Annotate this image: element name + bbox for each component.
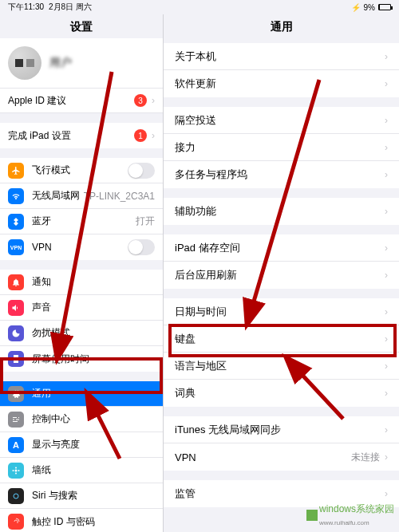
moon-icon xyxy=(8,325,24,341)
apple-id-label: Apple ID 建议 xyxy=(8,94,134,108)
wifi-icon xyxy=(8,188,24,204)
gear-icon xyxy=(8,386,24,402)
about-row[interactable]: 关于本机› xyxy=(164,43,399,70)
accessibility-row[interactable]: 辅助功能› xyxy=(164,198,399,225)
keyboard-label: 键盘 xyxy=(175,332,380,346)
profile-row[interactable]: 用户 xyxy=(0,38,163,88)
siri-icon xyxy=(8,488,24,504)
profile-name: 用户 xyxy=(49,56,155,70)
vpn-main-value: 未连接 xyxy=(351,451,380,464)
finish-setup-row[interactable]: 完成 iPad 设置 1 › xyxy=(0,123,163,148)
svg-point-0 xyxy=(15,469,18,471)
bgrefresh-label: 后台应用刷新 xyxy=(175,268,380,282)
chevron-right-icon: › xyxy=(385,270,388,281)
display-row[interactable]: A 显示与亮度 xyxy=(0,432,163,458)
notifications-row[interactable]: 通知 xyxy=(0,270,163,295)
control-center-row[interactable]: 控制中心 xyxy=(0,407,163,432)
wifi-label: 无线局域网 xyxy=(32,189,84,203)
touchid-label: 触控 ID 与密码 xyxy=(32,515,155,529)
general-row[interactable]: 通用 xyxy=(0,381,163,407)
handoff-row[interactable]: 接力› xyxy=(164,134,399,161)
itunes-sync-row[interactable]: iTunes 无线局域网同步› xyxy=(164,416,399,443)
watermark: windows系统家园 www.ruihaifu.com xyxy=(306,502,394,527)
airplane-label: 飞行模式 xyxy=(32,164,128,177)
language-row[interactable]: 语言与地区› xyxy=(164,353,399,380)
svg-point-2 xyxy=(15,472,17,474)
chevron-right-icon: › xyxy=(385,451,388,463)
watermark-icon xyxy=(306,510,318,521)
chevron-right-icon: › xyxy=(385,333,388,345)
hourglass-icon xyxy=(8,351,24,367)
fingerprint-icon xyxy=(8,514,24,530)
svg-point-5 xyxy=(14,494,18,499)
chevron-right-icon: › xyxy=(385,51,388,62)
finish-setup-label: 完成 iPad 设置 xyxy=(8,129,134,143)
chevron-right-icon: › xyxy=(385,115,388,126)
finish-setup-badge: 1 xyxy=(134,129,147,142)
vpn-toggle[interactable] xyxy=(128,239,155,255)
screentime-row[interactable]: 屏幕使用时间 xyxy=(0,346,163,372)
chevron-right-icon: › xyxy=(385,78,388,89)
accessibility-label: 辅助功能 xyxy=(175,204,380,219)
profiles-label: 监管 xyxy=(175,487,380,501)
about-label: 关于本机 xyxy=(175,49,380,64)
wallpaper-label: 墙纸 xyxy=(32,463,155,477)
airdrop-row[interactable]: 隔空投送› xyxy=(164,107,399,134)
charging-icon: ⚡ xyxy=(351,3,361,12)
svg-point-3 xyxy=(13,470,14,471)
dnd-row[interactable]: 勿扰模式 xyxy=(0,321,163,346)
update-label: 软件更新 xyxy=(175,77,380,91)
settings-title: 设置 xyxy=(0,14,163,38)
multitask-label: 多任务与程序坞 xyxy=(175,167,380,182)
dictionary-row[interactable]: 词典› xyxy=(164,380,399,407)
wifi-row[interactable]: 无线局域网 TP-LINK_2C3A1 xyxy=(0,183,163,209)
screentime-label: 屏幕使用时间 xyxy=(32,353,155,366)
vpn-side-label: VPN xyxy=(32,242,128,253)
chevron-right-icon: › xyxy=(385,169,388,180)
watermark-url: www.ruihaifu.com xyxy=(319,519,369,526)
general-label: 通用 xyxy=(32,387,155,400)
chevron-right-icon: › xyxy=(385,488,388,499)
multitask-row[interactable]: 多任务与程序坞› xyxy=(164,161,399,188)
vpn-main-label: VPN xyxy=(175,451,351,463)
apple-id-badge: 3 xyxy=(134,94,147,107)
notifications-label: 通知 xyxy=(32,275,155,289)
vpn-main-row[interactable]: VPN未连接› xyxy=(164,443,399,471)
battery-percent: 9% xyxy=(364,3,375,12)
datetime-label: 日期与时间 xyxy=(175,305,380,319)
language-label: 语言与地区 xyxy=(175,359,380,373)
apple-id-row[interactable]: Apple ID 建议 3 › xyxy=(0,88,163,113)
wifi-value: TP-LINK_2C3A1 xyxy=(84,191,155,202)
airplane-row[interactable]: 飞行模式 xyxy=(0,158,163,183)
storage-label: iPad 储存空间 xyxy=(175,241,380,255)
siri-row[interactable]: Siri 与搜索 xyxy=(0,483,163,509)
vpn-side-row[interactable]: VPN VPN xyxy=(0,234,163,260)
sounds-row[interactable]: 声音 xyxy=(0,295,163,321)
control-center-label: 控制中心 xyxy=(32,412,155,426)
speaker-icon xyxy=(8,300,24,316)
battery-icon xyxy=(378,4,391,10)
bgrefresh-row[interactable]: 后台应用刷新› xyxy=(164,262,399,289)
airplane-toggle[interactable] xyxy=(128,163,155,179)
chevron-right-icon: › xyxy=(385,424,388,435)
storage-row[interactable]: iPad 储存空间› xyxy=(164,234,399,262)
touchid-row[interactable]: 触控 ID 与密码 xyxy=(0,509,163,532)
chevron-right-icon: › xyxy=(385,242,388,254)
wallpaper-row[interactable]: 墙纸 xyxy=(0,458,163,483)
svg-point-4 xyxy=(18,470,20,471)
vpn-icon: VPN xyxy=(8,239,24,255)
siri-label: Siri 与搜索 xyxy=(32,489,155,502)
airplane-icon xyxy=(8,163,24,179)
status-time: 下午11:30 xyxy=(8,2,44,13)
chevron-right-icon: › xyxy=(385,142,388,153)
bluetooth-row[interactable]: 蓝牙 打开 xyxy=(0,209,163,234)
chevron-right-icon: › xyxy=(152,95,155,106)
keyboard-row[interactable]: 键盘› xyxy=(164,325,399,353)
update-row[interactable]: 软件更新› xyxy=(164,70,399,97)
datetime-row[interactable]: 日期与时间› xyxy=(164,298,399,325)
airdrop-label: 隔空投送 xyxy=(175,113,380,128)
svg-point-1 xyxy=(15,467,17,468)
dnd-label: 勿扰模式 xyxy=(32,326,155,340)
handoff-label: 接力 xyxy=(175,140,380,155)
watermark-text: windows系统家园 xyxy=(319,503,394,514)
